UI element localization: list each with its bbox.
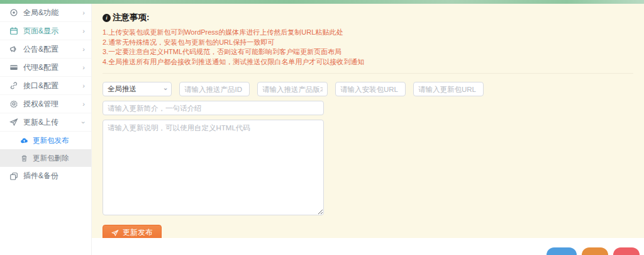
sidebar-item-page-display[interactable]: 页面&显示 › [0, 22, 91, 40]
sidebar-item-plugin-backup[interactable]: 插件&备份 [0, 167, 91, 185]
push-form-row: 全局推送 › [103, 82, 644, 96]
install-package-url-input[interactable] [335, 82, 406, 96]
update-description-textarea[interactable] [103, 120, 324, 215]
sidebar-subitem-update-publish[interactable]: 更新包发布 [0, 132, 91, 149]
sidebar-item-auth-manage[interactable]: 授权&管理 › [0, 95, 91, 113]
sidebar-item-label: 接口&配置 [23, 81, 82, 91]
sidebar-item-label: 代理&配置 [23, 62, 82, 73]
globe-icon [9, 8, 18, 17]
notice-list: 1.上传安装包或更新包可到WordPress的媒体库进行上传然后复制URL粘贴此… [103, 28, 644, 67]
cloud-upload-icon [20, 137, 28, 145]
chevron-down-icon: › [162, 88, 169, 90]
info-icon: i [103, 14, 111, 22]
chevron-right-icon: › [82, 46, 85, 53]
sidebar: 全局&功能 › 页面&显示 › 公告&配置 › 代理&配置 › 接口&配置 › [0, 4, 92, 255]
sidebar-item-agent-config[interactable]: 代理&配置 › [0, 59, 91, 77]
push-type-selected-value: 全局推送 [108, 84, 136, 94]
sidebar-item-label: 授权&管理 [23, 99, 82, 110]
notice-line: 2.通常无特殊情况，安装包与更新包的URL保持一致即可 [103, 38, 644, 48]
update-summary-input[interactable] [103, 101, 324, 115]
floating-action-button-3[interactable] [613, 247, 640, 255]
section-divider [103, 73, 633, 74]
sidebar-item-label: 插件&备份 [23, 171, 85, 181]
floating-action-button-1[interactable] [547, 247, 577, 255]
megaphone-icon [9, 45, 18, 54]
update-package-url-input[interactable] [413, 82, 484, 96]
notice-line: 4.全局推送所有用户都会接收到推送通知，测试推送仅限白名单用户才可以接收到通知 [103, 57, 644, 67]
notice-line: 3.一定要注意自定义HTML代码规范，否则这有可能影响到客户端更新页面布局 [103, 47, 644, 57]
sidebar-item-label: 公告&配置 [23, 44, 82, 55]
notice-title: i 注意事项: [103, 12, 644, 23]
gear-icon [9, 99, 18, 108]
sidebar-item-announcement-config[interactable]: 公告&配置 › [0, 40, 91, 59]
calendar-icon [9, 26, 18, 35]
notice-line: 1.上传安装包或更新包可到WordPress的媒体库进行上传然后复制URL粘贴此… [103, 28, 644, 38]
plugin-icon [9, 172, 18, 181]
card-icon [9, 63, 18, 72]
publish-update-label: 更新发布 [123, 227, 153, 238]
sidebar-item-update-upload[interactable]: 更新&上传 › [0, 113, 91, 132]
publish-update-button[interactable]: 更新发布 [103, 225, 162, 238]
sidebar-item-global-features[interactable]: 全局&功能 › [0, 4, 91, 22]
chevron-down-icon: › [80, 121, 87, 123]
chevron-right-icon: › [82, 101, 85, 108]
sidebar-subitem-label: 更新包删除 [33, 154, 69, 163]
sidebar-item-api-config[interactable]: 接口&配置 › [0, 77, 91, 95]
trash-icon [20, 154, 28, 162]
notice-title-text: 注意事项: [113, 12, 150, 23]
link-icon [9, 81, 18, 90]
sidebar-item-label: 更新&上传 [23, 117, 82, 128]
send-icon [111, 229, 119, 237]
sidebar-subitem-update-delete[interactable]: 更新包删除 [0, 149, 91, 167]
floating-action-button-2[interactable] [582, 247, 608, 255]
main-content: i 注意事项: 1.上传安装包或更新包可到WordPress的媒体库进行上传然后… [92, 4, 644, 238]
sidebar-subitem-label: 更新包发布 [33, 136, 69, 145]
chevron-right-icon: › [82, 28, 85, 35]
sidebar-item-label: 全局&功能 [23, 8, 82, 18]
chevron-right-icon: › [82, 82, 85, 89]
send-icon [9, 118, 18, 127]
product-version-input[interactable] [257, 82, 328, 96]
push-type-select[interactable]: 全局推送 › [103, 82, 172, 96]
sidebar-item-label: 页面&显示 [23, 26, 82, 37]
product-id-input[interactable] [179, 82, 250, 96]
chevron-right-icon: › [82, 64, 85, 71]
chevron-right-icon: › [82, 9, 85, 16]
